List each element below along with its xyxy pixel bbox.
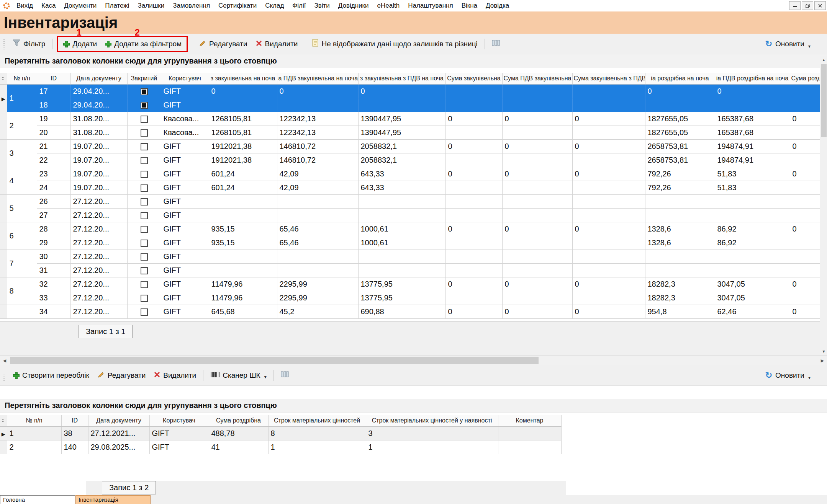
column-header[interactable]: Дата документу xyxy=(88,415,149,426)
date-cell[interactable]: 27.12.20... xyxy=(70,208,127,222)
menu-item[interactable]: Філії xyxy=(288,2,310,10)
vertical-scrollbar[interactable]: ▲ ▼ xyxy=(820,56,827,355)
delete-button[interactable]: Видалити xyxy=(151,369,200,382)
value-cell[interactable] xyxy=(209,98,277,112)
grid-row[interactable]: 2419.07.20...GIFT601,2442,09643,33792,26… xyxy=(0,181,820,194)
group-number-cell[interactable]: 7 xyxy=(7,250,37,277)
user-cell[interactable]: GIFT xyxy=(161,98,209,112)
value-cell[interactable]: 2658753,81 xyxy=(645,153,715,167)
grid-row[interactable]: 83227.12.20...GIFT11479,962295,9913775,9… xyxy=(0,277,820,291)
value-cell[interactable] xyxy=(445,194,502,208)
date-cell[interactable]: 27.12.20... xyxy=(70,263,127,277)
value-cell[interactable]: 11479,96 xyxy=(209,277,277,291)
value-cell[interactable]: 86,92 xyxy=(715,236,790,250)
closed-cell[interactable] xyxy=(127,208,161,222)
closed-cell[interactable] xyxy=(127,98,161,112)
value-cell[interactable] xyxy=(572,208,645,222)
value-cell[interactable]: 0 xyxy=(645,84,715,98)
value-cell[interactable]: 792,26 xyxy=(645,181,715,194)
value-cell[interactable]: 51,83 xyxy=(715,167,790,181)
value-cell[interactable]: 2295,99 xyxy=(277,277,358,291)
column-header[interactable]: Сума роздрібна xyxy=(209,415,268,426)
date-cell[interactable]: 29.08.2025... xyxy=(88,440,149,454)
closed-cell[interactable] xyxy=(127,153,161,167)
value-cell[interactable]: 18282,3 xyxy=(645,291,715,305)
grid-row[interactable]: 42319.07.20...GIFT601,2442,09643,3300079… xyxy=(0,167,820,181)
value-cell[interactable] xyxy=(790,181,820,194)
value-cell[interactable]: 0 xyxy=(445,112,502,126)
value-cell[interactable]: 62,46 xyxy=(715,305,790,318)
value-cell[interactable]: 65,46 xyxy=(277,222,358,236)
date-cell[interactable]: 31.08.20... xyxy=(70,112,127,126)
user-cell[interactable]: GIFT xyxy=(161,250,209,263)
edit-button[interactable]: Редагувати xyxy=(196,37,251,51)
user-cell[interactable]: GIFT xyxy=(161,194,209,208)
value-cell[interactable] xyxy=(715,194,790,208)
value-cell[interactable] xyxy=(502,236,572,250)
value-cell[interactable] xyxy=(502,153,572,167)
value-cell[interactable]: 0 xyxy=(502,112,572,126)
filter-button[interactable]: Фільтр xyxy=(9,37,49,51)
menu-item[interactable]: Замовлення xyxy=(169,2,214,10)
value-cell[interactable]: 0 xyxy=(445,305,502,318)
value-cell[interactable] xyxy=(572,126,645,139)
group-by-panel[interactable]: Перетягніть заголовок колонки сюди для у… xyxy=(0,54,827,68)
id-cell[interactable]: 20 xyxy=(37,126,70,139)
value-cell[interactable]: 194874,91 xyxy=(715,139,790,153)
value-cell[interactable]: 3047,05 xyxy=(715,277,790,291)
value-cell[interactable]: 0 xyxy=(502,222,572,236)
closed-cell[interactable] xyxy=(127,263,161,277)
user-cell[interactable]: GIFT xyxy=(161,208,209,222)
menu-item[interactable]: Документи xyxy=(60,2,101,10)
id-cell[interactable]: 26 xyxy=(37,194,70,208)
value-cell[interactable] xyxy=(715,98,790,112)
value-cell[interactable] xyxy=(445,98,502,112)
column-header[interactable]: Дата документу xyxy=(70,73,127,84)
value-cell[interactable] xyxy=(502,291,572,305)
tab-inventory[interactable]: Інвентаризація xyxy=(75,495,151,504)
value-cell[interactable] xyxy=(209,250,277,263)
value-cell[interactable]: 0 xyxy=(502,305,572,318)
value-cell[interactable]: 792,26 xyxy=(645,167,715,181)
closed-checkbox[interactable] xyxy=(141,129,148,137)
column-header[interactable]: iа роздрібна на поча xyxy=(645,73,715,84)
date-cell[interactable]: 27.12.20... xyxy=(70,291,127,305)
column-header[interactable]: ID xyxy=(37,73,70,84)
value-cell[interactable] xyxy=(209,208,277,222)
value-cell[interactable] xyxy=(358,208,445,222)
value-cell[interactable] xyxy=(645,208,715,222)
date-cell[interactable]: 27.12.20... xyxy=(70,194,127,208)
value-cell[interactable]: 51,83 xyxy=(715,181,790,194)
closed-cell[interactable] xyxy=(127,126,161,139)
value-cell[interactable] xyxy=(715,208,790,222)
column-header[interactable]: iа ПДВ роздрібна на поча xyxy=(715,73,790,84)
value-cell[interactable]: 13775,95 xyxy=(358,291,445,305)
closed-cell[interactable] xyxy=(127,112,161,126)
value-cell[interactable] xyxy=(502,250,572,263)
group-number-cell[interactable]: 6 xyxy=(7,222,37,250)
value-cell[interactable]: 643,33 xyxy=(358,167,445,181)
closed-checkbox[interactable] xyxy=(141,295,148,302)
column-header[interactable]: ID xyxy=(61,415,88,426)
group-number-cell[interactable]: 1 xyxy=(7,84,37,112)
closed-cell[interactable] xyxy=(127,222,161,236)
value-cell[interactable] xyxy=(572,98,645,112)
value-cell[interactable] xyxy=(790,208,820,222)
closed-checkbox[interactable] xyxy=(141,143,148,150)
value-cell[interactable] xyxy=(502,181,572,194)
column-header[interactable]: Коментар xyxy=(498,415,561,426)
group-number-cell[interactable]: 3 xyxy=(7,139,37,167)
value-cell[interactable]: 601,24 xyxy=(209,167,277,181)
closed-cell[interactable] xyxy=(127,277,161,291)
group-by-panel[interactable]: Перетягніть заголовок колонки сюди для у… xyxy=(0,399,827,413)
value-cell[interactable]: 1912021,38 xyxy=(209,153,277,167)
grid-row[interactable]: 2219.07.20...GIFT1912021,38146810,722058… xyxy=(0,153,820,167)
closed-checkbox[interactable] xyxy=(141,240,148,247)
value-cell[interactable] xyxy=(277,194,358,208)
value-cell[interactable]: 1827655,05 xyxy=(645,126,715,139)
user-cell[interactable]: GIFT xyxy=(161,139,209,153)
toggle-balances-button[interactable]: Не відображати дані щодо залишків та різ… xyxy=(309,37,481,51)
date-cell[interactable]: 27.12.20... xyxy=(70,236,127,250)
add-by-filter-button[interactable]: Додати за фільтром xyxy=(101,38,185,51)
retail-sum-cell[interactable]: 41 xyxy=(209,440,268,454)
